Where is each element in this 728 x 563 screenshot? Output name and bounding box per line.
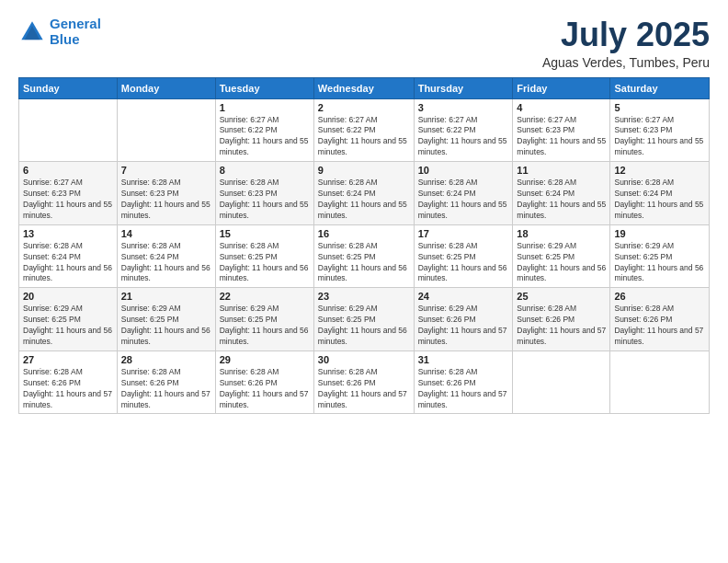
week-row-3: 13Sunrise: 6:28 AM Sunset: 6:24 PM Dayli…	[19, 224, 710, 288]
day-number: 2	[318, 102, 410, 113]
calendar-cell: 2Sunrise: 6:27 AM Sunset: 6:22 PM Daylig…	[313, 98, 414, 162]
day-info: Sunrise: 6:27 AM Sunset: 6:23 PM Dayligh…	[614, 115, 705, 159]
calendar-cell: 31Sunrise: 6:28 AM Sunset: 6:26 PM Dayli…	[414, 350, 513, 414]
day-info: Sunrise: 6:27 AM Sunset: 6:22 PM Dayligh…	[418, 115, 509, 159]
header: General Blue July 2025 Aguas Verdes, Tum…	[18, 17, 710, 70]
day-info: Sunrise: 6:28 AM Sunset: 6:26 PM Dayligh…	[614, 304, 705, 348]
day-number: 12	[614, 165, 705, 176]
location-subtitle: Aguas Verdes, Tumbes, Peru	[542, 55, 710, 70]
calendar-cell: 3Sunrise: 6:27 AM Sunset: 6:22 PM Daylig…	[414, 98, 513, 162]
calendar-cell: 11Sunrise: 6:28 AM Sunset: 6:24 PM Dayli…	[513, 162, 610, 225]
day-number: 20	[23, 291, 113, 302]
calendar-cell	[513, 350, 610, 414]
day-info: Sunrise: 6:28 AM Sunset: 6:26 PM Dayligh…	[418, 367, 509, 411]
day-info: Sunrise: 6:28 AM Sunset: 6:26 PM Dayligh…	[318, 367, 410, 411]
calendar-cell: 7Sunrise: 6:28 AM Sunset: 6:23 PM Daylig…	[117, 162, 215, 225]
calendar-cell: 25Sunrise: 6:28 AM Sunset: 6:26 PM Dayli…	[513, 288, 610, 351]
day-info: Sunrise: 6:28 AM Sunset: 6:24 PM Dayligh…	[418, 178, 509, 222]
day-number: 18	[517, 228, 606, 239]
logo-icon	[18, 18, 46, 46]
day-info: Sunrise: 6:29 AM Sunset: 6:25 PM Dayligh…	[23, 304, 113, 348]
day-info: Sunrise: 6:28 AM Sunset: 6:24 PM Dayligh…	[121, 241, 211, 285]
calendar-cell: 6Sunrise: 6:27 AM Sunset: 6:23 PM Daylig…	[19, 162, 118, 225]
calendar-cell: 28Sunrise: 6:28 AM Sunset: 6:26 PM Dayli…	[117, 350, 215, 414]
day-number: 6	[23, 165, 113, 176]
calendar-cell: 19Sunrise: 6:29 AM Sunset: 6:25 PM Dayli…	[610, 224, 710, 288]
day-number: 10	[418, 165, 509, 176]
day-number: 3	[418, 102, 509, 113]
day-number: 26	[614, 291, 705, 302]
day-number: 21	[121, 291, 211, 302]
calendar-cell: 10Sunrise: 6:28 AM Sunset: 6:24 PM Dayli…	[414, 162, 513, 225]
day-number: 4	[517, 102, 606, 113]
day-number: 7	[121, 165, 211, 176]
day-number: 14	[121, 228, 211, 239]
day-number: 13	[23, 228, 113, 239]
day-number: 15	[220, 228, 310, 239]
calendar-table: SundayMondayTuesdayWednesdayThursdayFrid…	[18, 77, 710, 415]
calendar-cell: 15Sunrise: 6:28 AM Sunset: 6:25 PM Dayli…	[215, 224, 313, 288]
calendar-cell: 26Sunrise: 6:28 AM Sunset: 6:26 PM Dayli…	[610, 288, 710, 351]
calendar-body: 1Sunrise: 6:27 AM Sunset: 6:22 PM Daylig…	[19, 98, 710, 414]
calendar-cell: 29Sunrise: 6:28 AM Sunset: 6:26 PM Dayli…	[215, 350, 313, 414]
calendar-cell: 24Sunrise: 6:29 AM Sunset: 6:26 PM Dayli…	[414, 288, 513, 351]
day-number: 19	[614, 228, 705, 239]
day-info: Sunrise: 6:28 AM Sunset: 6:26 PM Dayligh…	[23, 367, 113, 411]
day-info: Sunrise: 6:28 AM Sunset: 6:23 PM Dayligh…	[121, 178, 211, 222]
logo: General Blue	[18, 17, 101, 47]
day-info: Sunrise: 6:27 AM Sunset: 6:22 PM Dayligh…	[318, 115, 410, 159]
day-info: Sunrise: 6:28 AM Sunset: 6:24 PM Dayligh…	[614, 178, 705, 222]
day-info: Sunrise: 6:28 AM Sunset: 6:26 PM Dayligh…	[220, 367, 310, 411]
calendar-cell	[19, 98, 118, 162]
col-header-sunday: Sunday	[19, 77, 118, 98]
calendar-cell: 16Sunrise: 6:28 AM Sunset: 6:25 PM Dayli…	[313, 224, 414, 288]
col-header-monday: Monday	[117, 77, 215, 98]
col-header-friday: Friday	[513, 77, 610, 98]
day-number: 27	[23, 354, 113, 365]
day-info: Sunrise: 6:29 AM Sunset: 6:25 PM Dayligh…	[220, 304, 310, 348]
day-number: 5	[614, 102, 705, 113]
header-row: SundayMondayTuesdayWednesdayThursdayFrid…	[19, 77, 710, 98]
day-number: 11	[517, 165, 606, 176]
day-info: Sunrise: 6:28 AM Sunset: 6:25 PM Dayligh…	[220, 241, 310, 285]
day-info: Sunrise: 6:28 AM Sunset: 6:26 PM Dayligh…	[517, 304, 606, 348]
calendar-cell: 30Sunrise: 6:28 AM Sunset: 6:26 PM Dayli…	[313, 350, 414, 414]
col-header-tuesday: Tuesday	[215, 77, 313, 98]
calendar-cell: 1Sunrise: 6:27 AM Sunset: 6:22 PM Daylig…	[215, 98, 313, 162]
day-info: Sunrise: 6:29 AM Sunset: 6:25 PM Dayligh…	[614, 241, 705, 285]
day-info: Sunrise: 6:27 AM Sunset: 6:23 PM Dayligh…	[23, 178, 113, 222]
day-number: 8	[220, 165, 310, 176]
day-info: Sunrise: 6:28 AM Sunset: 6:24 PM Dayligh…	[23, 241, 113, 285]
col-header-saturday: Saturday	[610, 77, 710, 98]
title-block: July 2025 Aguas Verdes, Tumbes, Peru	[542, 17, 710, 70]
calendar-cell: 17Sunrise: 6:28 AM Sunset: 6:25 PM Dayli…	[414, 224, 513, 288]
calendar-cell: 13Sunrise: 6:28 AM Sunset: 6:24 PM Dayli…	[19, 224, 118, 288]
calendar-cell: 27Sunrise: 6:28 AM Sunset: 6:26 PM Dayli…	[19, 350, 118, 414]
day-number: 22	[220, 291, 310, 302]
day-number: 28	[121, 354, 211, 365]
day-info: Sunrise: 6:29 AM Sunset: 6:25 PM Dayligh…	[517, 241, 606, 285]
week-row-4: 20Sunrise: 6:29 AM Sunset: 6:25 PM Dayli…	[19, 288, 710, 351]
logo-line1: General	[50, 16, 101, 31]
day-number: 1	[220, 102, 310, 113]
day-info: Sunrise: 6:29 AM Sunset: 6:26 PM Dayligh…	[418, 304, 509, 348]
col-header-wednesday: Wednesday	[313, 77, 414, 98]
calendar-cell: 22Sunrise: 6:29 AM Sunset: 6:25 PM Dayli…	[215, 288, 313, 351]
day-number: 24	[418, 291, 509, 302]
day-info: Sunrise: 6:28 AM Sunset: 6:23 PM Dayligh…	[220, 178, 310, 222]
calendar-cell: 5Sunrise: 6:27 AM Sunset: 6:23 PM Daylig…	[610, 98, 710, 162]
calendar-cell: 9Sunrise: 6:28 AM Sunset: 6:24 PM Daylig…	[313, 162, 414, 225]
calendar-cell	[610, 350, 710, 414]
day-info: Sunrise: 6:28 AM Sunset: 6:25 PM Dayligh…	[318, 241, 410, 285]
week-row-2: 6Sunrise: 6:27 AM Sunset: 6:23 PM Daylig…	[19, 162, 710, 225]
day-number: 29	[220, 354, 310, 365]
day-number: 16	[318, 228, 410, 239]
month-title: July 2025	[542, 17, 710, 53]
day-info: Sunrise: 6:28 AM Sunset: 6:24 PM Dayligh…	[517, 178, 606, 222]
day-info: Sunrise: 6:28 AM Sunset: 6:24 PM Dayligh…	[318, 178, 410, 222]
week-row-5: 27Sunrise: 6:28 AM Sunset: 6:26 PM Dayli…	[19, 350, 710, 414]
day-number: 30	[318, 354, 410, 365]
calendar-cell: 23Sunrise: 6:29 AM Sunset: 6:25 PM Dayli…	[313, 288, 414, 351]
calendar-header: SundayMondayTuesdayWednesdayThursdayFrid…	[19, 77, 710, 98]
day-info: Sunrise: 6:28 AM Sunset: 6:25 PM Dayligh…	[418, 241, 509, 285]
